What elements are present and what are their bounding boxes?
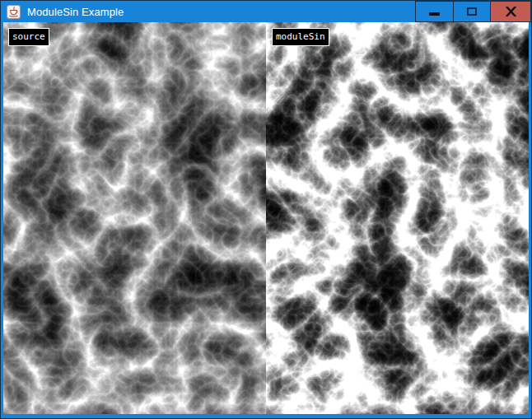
window-title: ModuleSin Example — [27, 6, 124, 18]
modulesin-noise-image — [266, 22, 529, 414]
minimize-button[interactable] — [415, 1, 454, 22]
modulesin-label: moduleSin — [272, 28, 329, 46]
titlebar[interactable]: ModuleSin Example — [1, 1, 531, 22]
app-window: ModuleSin Example source moduleSin — [0, 0, 532, 419]
source-panel: source — [3, 22, 266, 414]
maximize-icon — [467, 7, 477, 16]
source-noise-image — [3, 22, 266, 414]
maximize-button[interactable] — [453, 1, 491, 22]
modulesin-panel: moduleSin — [266, 22, 529, 414]
java-coffee-cup-icon — [7, 5, 21, 19]
source-label: source — [8, 28, 49, 46]
minimize-icon — [429, 12, 440, 16]
close-icon — [506, 7, 516, 16]
window-controls — [415, 1, 531, 22]
noise-panels: source moduleSin — [3, 22, 529, 414]
close-button[interactable] — [490, 1, 531, 22]
